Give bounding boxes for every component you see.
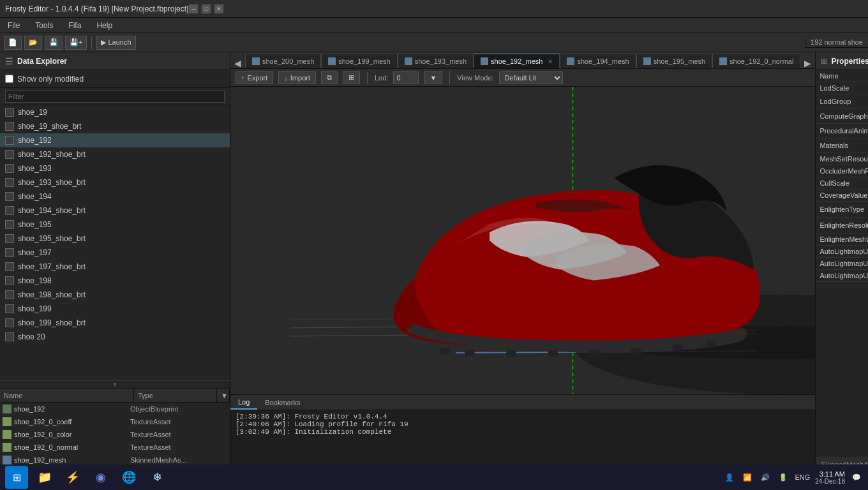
tab[interactable]: shoe_194_mesh: [560, 54, 636, 68]
tree-item[interactable]: shoe_193_shoe_brt: [0, 175, 230, 189]
log-tab-bookmarks[interactable]: Bookmarks: [257, 395, 308, 410]
close-button[interactable]: ✕: [214, 4, 224, 14]
tab[interactable]: shoe_200_mesh: [245, 54, 321, 68]
tab[interactable]: shoe_199_mesh: [321, 54, 397, 68]
tab-label: shoe_199_mesh: [338, 57, 390, 65]
tab-close-button[interactable]: ✕: [548, 58, 553, 65]
tree-item[interactable]: shoe_198_shoe_brt: [0, 288, 230, 302]
tree-item-label: shoe_192: [18, 136, 52, 145]
prop-label: EnlightenResolution: [816, 218, 868, 234]
tree-item[interactable]: shoe_195: [0, 218, 230, 232]
menu-fifa[interactable]: Fifa: [63, 20, 86, 31]
view-mode-select[interactable]: Default Lit: [499, 71, 563, 84]
save-as-button[interactable]: 💾+: [65, 36, 87, 50]
save-button[interactable]: 💾: [45, 36, 63, 50]
tree-item[interactable]: shoe_192_shoe_brt: [0, 147, 230, 161]
tree-item[interactable]: shoe_19: [0, 105, 230, 119]
start-button[interactable]: ⊞: [5, 466, 28, 489]
show-modified-checkbox[interactable]: [5, 75, 13, 83]
copy-button[interactable]: ⧉: [321, 71, 338, 84]
taskbar-files[interactable]: 📁: [33, 466, 56, 489]
tree-item-icon: [5, 122, 14, 131]
taskbar-volume-icon[interactable]: 🔊: [759, 471, 772, 484]
launch-button[interactable]: ▶ Launch: [96, 36, 135, 50]
taskbar-person-icon[interactable]: 👤: [723, 471, 736, 484]
titlebar-controls: ─ □ ✕: [188, 4, 224, 14]
tree-item[interactable]: shoe_195_shoe_brt: [0, 232, 230, 246]
tree-item[interactable]: shoe_192: [0, 133, 230, 147]
tab[interactable]: shoe_192_mesh ✕: [474, 54, 560, 68]
export-button[interactable]: ↑ Export: [236, 71, 273, 84]
data-explorer-header: ☰ Data Explorer: [0, 52, 230, 70]
tree-item[interactable]: shoe_194: [0, 189, 230, 204]
filter-input[interactable]: [5, 90, 225, 103]
asset-row[interactable]: shoe_192_0_coeff TextureAsset: [0, 415, 230, 428]
lod-input[interactable]: [393, 71, 419, 84]
asset-list-area: Name Type ▼ shoe_192 ObjectBlueprintshoe…: [0, 388, 230, 471]
tab[interactable]: shoe_192_0_normal: [712, 54, 800, 68]
tree-item[interactable]: shoe_199_shoe_brt: [0, 316, 230, 330]
prop-label: LodGroup: [816, 94, 868, 109]
maximize-button[interactable]: □: [201, 4, 211, 14]
properties-title: Properties: [831, 57, 868, 66]
prop-row: CoverageValue 0: [816, 189, 868, 202]
taskbar-chrome[interactable]: 🌐: [117, 466, 140, 489]
prop-label: ProceduralAnimation: [816, 124, 868, 138]
tab-icon: [405, 57, 412, 65]
lod-down-button[interactable]: ▼: [424, 71, 442, 84]
prop-row: AutoLightmapUVsNormal... 05: [816, 270, 868, 282]
menu-tools[interactable]: Tools: [30, 20, 58, 31]
tree-item[interactable]: shoe_197: [0, 246, 230, 260]
asset-col-sort[interactable]: ▼: [217, 389, 230, 402]
tree-item-icon: [5, 304, 14, 313]
taskbar-app2[interactable]: ⚡: [61, 466, 84, 489]
tab-icon: [252, 57, 260, 65]
tab-label: shoe_194_mesh: [577, 57, 629, 65]
left-panel: ☰ Data Explorer Show only modified shoe_…: [0, 52, 230, 471]
prop-row: LodScale 1: [816, 82, 868, 94]
log-tab-log[interactable]: Log: [230, 395, 257, 410]
prop-label: OccluderMeshResource: [816, 165, 868, 177]
tab-scroll-right[interactable]: ▶: [800, 58, 815, 68]
right-panel: ⊞ Properties 192 normal shoe Name conten…: [815, 52, 868, 471]
tree-item-icon: [5, 220, 14, 229]
tree-item-icon: [5, 108, 14, 117]
tab-scroll-left[interactable]: ◀: [230, 58, 245, 68]
tab[interactable]: shoe_193_mesh: [398, 54, 474, 68]
tree-item[interactable]: shoe_194_shoe_brt: [0, 204, 230, 218]
svg-rect-10: [440, 348, 450, 354]
grid-button[interactable]: ⊞: [343, 71, 360, 84]
import-button[interactable]: ↓ Import: [278, 71, 316, 84]
tree-item-icon: [5, 234, 14, 243]
tab[interactable]: shoe_195_mesh: [636, 54, 712, 68]
taskbar-notification-icon[interactable]: 💬: [850, 471, 863, 484]
taskbar-snowflake[interactable]: ❄: [146, 466, 168, 489]
tree-item[interactable]: shoe_199: [0, 302, 230, 316]
viewport-toolbar: ↑ Export ↓ Import ⧉ ⊞ Lod: ▼ View Mode: …: [230, 69, 815, 87]
taskbar-discord[interactable]: ◉: [89, 466, 112, 489]
asset-col-type: Type: [134, 389, 217, 402]
asset-row[interactable]: shoe_192_0_color TextureAsset: [0, 428, 230, 441]
new-file-button[interactable]: 📄: [4, 36, 22, 50]
tree-item-label: shoe_192_shoe_brt: [18, 150, 86, 159]
taskbar-network-icon[interactable]: 📶: [741, 471, 754, 484]
tree-item[interactable]: shoe_19_shoe_brt: [0, 119, 230, 133]
hamburger-icon: ☰: [5, 56, 13, 66]
asset-row[interactable]: shoe_192 ObjectBlueprint: [0, 403, 230, 415]
asset-row[interactable]: shoe_192_0_normal TextureAsset: [0, 441, 230, 454]
taskbar-battery-icon[interactable]: 🔋: [777, 471, 789, 484]
taskbar: ⊞ 📁 ⚡ ◉ 🌐 ❄ 👤 📶 🔊 🔋 ENG 3:11 AM 24-Dec-1…: [0, 464, 868, 490]
tree-item-label: shoe_194: [18, 192, 52, 201]
tree-item[interactable]: shoe_198: [0, 274, 230, 288]
tree-item[interactable]: shoe_193: [0, 161, 230, 175]
open-folder-button[interactable]: 📂: [24, 36, 42, 50]
menu-help[interactable]: Help: [91, 20, 117, 31]
prop-label: Materials: [816, 138, 868, 153]
menu-file[interactable]: File: [3, 20, 25, 31]
log-area: Log Bookmarks [2:39:36 AM]: Frosty Edito…: [230, 394, 815, 471]
svg-rect-17: [706, 340, 716, 346]
minimize-button[interactable]: ─: [188, 4, 198, 14]
tree-item[interactable]: shoe_197_shoe_brt: [0, 260, 230, 274]
tree-item[interactable]: shoe 20: [0, 330, 230, 344]
log-entry: [2:40:06 AM]: Loading profile for Fifa 1…: [236, 420, 810, 428]
